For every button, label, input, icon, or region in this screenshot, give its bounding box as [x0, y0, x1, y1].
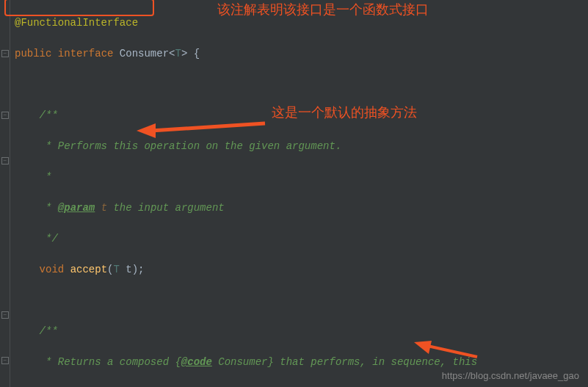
fold-icon[interactable]: −	[1, 357, 9, 364]
gutter: − − − − −	[0, 0, 10, 387]
annotation: @FunctionalInterface	[15, 17, 138, 29]
code-editor: − − − − − @FunctionalInterface public in…	[0, 0, 588, 387]
fold-icon[interactable]: −	[1, 311, 9, 319]
fold-icon[interactable]: −	[1, 112, 9, 119]
fold-icon[interactable]: −	[1, 157, 9, 164]
watermark: https://blog.csdn.net/javaee_gao	[442, 369, 579, 383]
fold-icon[interactable]: −	[1, 50, 9, 57]
code-area[interactable]: @FunctionalInterface public interface Co…	[10, 0, 500, 387]
